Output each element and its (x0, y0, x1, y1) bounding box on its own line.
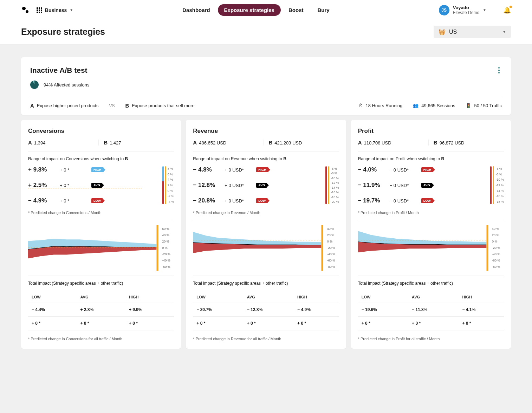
high-tag: HIGH (421, 167, 434, 172)
nav-exposure-strategies[interactable]: Exposure strategies (218, 4, 281, 16)
sessions-count: 49,665 Sessions (421, 103, 455, 108)
variant-b-desc: Expose products that sell more (132, 103, 194, 108)
ab-test-title: Inactive A/B test (30, 66, 87, 75)
high-pct: + 9.8% (28, 166, 60, 173)
total-impact-label: Total impact (Strategy specific areas + … (193, 276, 339, 286)
total-impact-label: Total impact (Strategy specific areas + … (358, 276, 504, 286)
metrics-grid: Conversions A1,394 B1,427 Range of impac… (21, 120, 511, 349)
avg-val: + 0 USD* (225, 183, 256, 188)
users-icon: 👥 (413, 103, 419, 108)
low-pct: − 4.9% (28, 197, 60, 204)
low-pct: − 19.7% (358, 197, 390, 204)
variant-a-desc: Expose higher priced products (37, 103, 99, 108)
variant-a-label: A (358, 140, 362, 146)
range-label: Range of impact on Revenue when switchin… (193, 151, 339, 161)
impact-scale: -6 %-8 %-10 %-12 %-14 %-16 %-18 %-20 % (325, 166, 339, 204)
variant-b-value: 421,203 USD (274, 140, 302, 146)
low-val: + 0 USD* (390, 198, 421, 204)
nav-boost[interactable]: Boost (282, 4, 310, 16)
variant-b-label: B (104, 140, 108, 146)
low-tag: LOW (256, 198, 268, 203)
content: Inactive A/B test 94% Affected sessions … (0, 45, 532, 361)
app-name: Business (45, 7, 67, 13)
stopwatch-icon: ⏱ (358, 103, 363, 108)
high-tag: HIGH (256, 167, 268, 172)
metric-card-conversions: Conversions A1,394 B1,427 Range of impac… (21, 120, 181, 349)
low-pct: − 20.8% (193, 197, 225, 204)
high-val: + 0 * (60, 167, 91, 173)
impact-table: LOWAVGHIGH − 4.4%+ 2.8%+ 9.9%+ 0 *+ 0 *+… (28, 291, 174, 330)
footnote2: * Predicted change in Revenue for all tr… (193, 337, 339, 341)
footnote: * Predicted change in Revenue / Month (193, 211, 339, 215)
metric-title: Conversions (28, 128, 174, 135)
variant-b-value: 96,872 USD (440, 140, 465, 146)
grid-icon (37, 7, 42, 13)
footnote2: * Predicted change in Conversions for al… (28, 337, 174, 341)
avg-pct: + 2.5% (28, 182, 60, 189)
affected-sessions: 94% Affected sessions (44, 82, 90, 88)
variant-a-value: 110,708 USD (364, 140, 391, 146)
footnote: * Predicted change in Profit / Month (358, 211, 504, 215)
user-menu[interactable]: JS Voyado Elevate Demo ▼ (439, 5, 486, 15)
nav-bury[interactable]: Bury (311, 4, 336, 16)
app-switcher[interactable]: Business ▼ (37, 7, 73, 13)
pie-icon (30, 80, 39, 89)
notifications-button[interactable]: 🔔 (503, 6, 511, 14)
page-title: Exposure strategies (21, 27, 105, 37)
traffic-icon: 🚦 (466, 103, 471, 108)
svg-rect-3 (156, 225, 158, 271)
range-label: Range of impact on Profit when switching… (358, 151, 504, 161)
variant-a-value: 1,394 (34, 140, 46, 146)
avg-pct: − 12.8% (193, 182, 225, 189)
user-name: Voyado (453, 5, 479, 10)
impact-scale: -6 %-8 %-10 %-12 %-14 %-16 %-18 % (490, 166, 504, 204)
variant-a-label: A (193, 140, 197, 146)
svg-rect-5 (322, 225, 323, 271)
metric-title: Profit (358, 128, 504, 135)
basket-icon: 🧺 (439, 28, 446, 35)
variant-b-badge: B (125, 103, 129, 109)
low-val: + 0 * (60, 198, 91, 204)
variant-a-label: A (28, 140, 32, 146)
logo-icon (21, 6, 30, 14)
avg-val: + 0 USD* (390, 183, 421, 188)
svg-point-1 (26, 10, 28, 13)
chevron-down-icon: ▼ (502, 30, 506, 34)
variant-b-value: 1,427 (110, 140, 121, 146)
footnote2: * Predicted change in Profit for all tra… (358, 337, 504, 341)
notification-dot (510, 6, 512, 8)
ab-test-header-card: Inactive A/B test 94% Affected sessions … (21, 57, 511, 115)
avatar: JS (439, 5, 449, 15)
metric-card-profit: Profit A110,708 USD B96,872 USD Range of… (351, 120, 511, 349)
main-nav: Dashboard Exposure strategies Boost Bury (176, 4, 336, 16)
low-tag: LOW (91, 198, 103, 203)
impact-chart: 40 %20 %0 %-20 %-40 %-60 %-80 % (193, 220, 339, 271)
impact-table: LOWAVGHIGH − 20.7%− 12.8%− 4.9%+ 0 *+ 0 … (193, 291, 339, 330)
region-selector[interactable]: 🧺 US ▼ (434, 26, 511, 38)
variant-a-badge: A (30, 103, 34, 109)
user-sub: Elevate Demo (453, 10, 479, 15)
high-pct: − 4.8% (193, 166, 225, 173)
metric-card-revenue: Revenue A486,652 USD B421,203 USD Range … (186, 120, 346, 349)
variant-a-value: 486,652 USD (199, 140, 226, 146)
impact-chart: 60 %40 %20 %0 %-20 %-40 %-60 % (28, 220, 174, 271)
card-menu-button[interactable] (496, 65, 502, 76)
nav-dashboard[interactable]: Dashboard (176, 4, 216, 16)
region-value: US (449, 29, 457, 35)
vs-label: VS (109, 103, 115, 108)
high-val: + 0 USD* (225, 167, 256, 173)
variant-b-label: B (269, 140, 273, 146)
topbar: Business ▼ Dashboard Exposure strategies… (0, 0, 532, 20)
footnote: * Predicted change in Conversions / Mont… (28, 211, 174, 215)
avg-val: + 0 * (60, 183, 91, 188)
avg-pct: − 11.9% (358, 182, 390, 189)
chevron-down-icon: ▼ (483, 8, 486, 12)
svg-point-0 (22, 7, 26, 10)
impact-table: LOWAVGHIGH − 19.6%− 11.8%− 4.1%+ 0 *+ 0 … (358, 291, 504, 330)
avg-tag: AVG (91, 183, 102, 188)
avg-tag: AVG (421, 183, 432, 188)
metric-title: Revenue (193, 128, 339, 135)
range-label: Range of impact on Conversions when swit… (28, 151, 174, 161)
low-val: + 0 USD* (225, 198, 256, 204)
high-pct: − 4.0% (358, 166, 390, 173)
